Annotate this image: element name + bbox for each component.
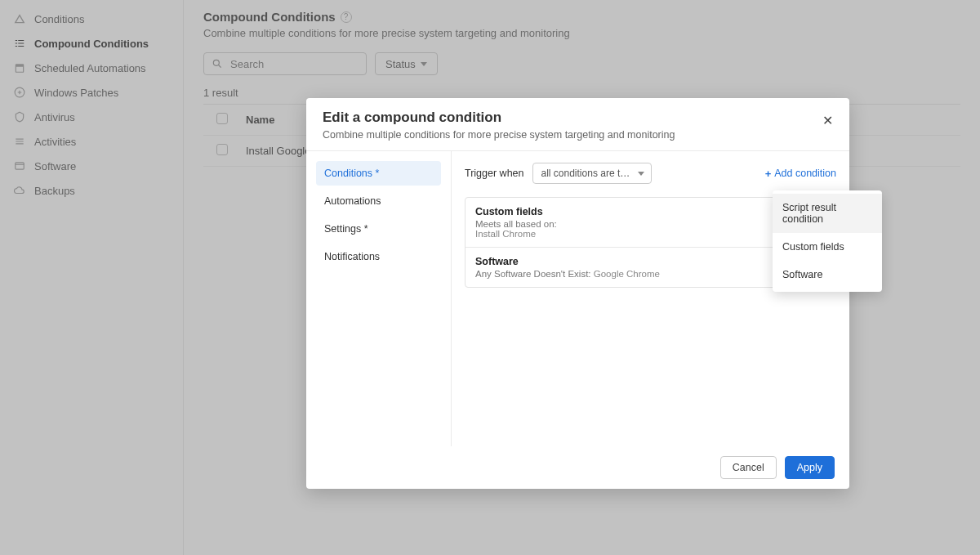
modal-nav: Conditions * Automations Settings * Noti… xyxy=(306,151,452,446)
cancel-button[interactable]: Cancel xyxy=(720,456,777,479)
apply-button[interactable]: Apply xyxy=(785,456,835,479)
add-condition-link[interactable]: + Add condition xyxy=(765,168,836,180)
dropdown-item-custom-fields[interactable]: Custom fields xyxy=(773,233,882,261)
modal-tab-notifications[interactable]: Notifications xyxy=(316,244,441,269)
modal-subtitle: Combine multiple conditions for more pre… xyxy=(323,129,833,141)
plus-icon: + xyxy=(765,168,772,180)
chevron-down-icon xyxy=(638,172,644,176)
edit-condition-modal: Edit a compound condition Combine multip… xyxy=(306,98,849,489)
modal-title: Edit a compound condition xyxy=(323,110,833,126)
trigger-label: Trigger when xyxy=(465,168,524,179)
close-icon: ✕ xyxy=(822,114,833,128)
add-condition-dropdown: Script result condition Custom fields So… xyxy=(773,190,882,292)
modal-header: Edit a compound condition Combine multip… xyxy=(306,98,849,151)
dropdown-item-script-result[interactable]: Script result condition xyxy=(773,194,882,233)
dropdown-item-software[interactable]: Software xyxy=(773,261,882,289)
trigger-dropdown[interactable]: all conditions are t… xyxy=(532,163,653,184)
trigger-value: all conditions are t… xyxy=(541,168,630,179)
close-button[interactable]: ✕ xyxy=(819,110,836,132)
modal-tab-automations[interactable]: Automations xyxy=(316,189,441,213)
modal-footer: Cancel Apply xyxy=(306,446,849,489)
add-condition-label: Add condition xyxy=(774,168,836,179)
modal-tab-settings[interactable]: Settings * xyxy=(316,217,441,241)
modal-tab-conditions[interactable]: Conditions * xyxy=(316,161,441,186)
